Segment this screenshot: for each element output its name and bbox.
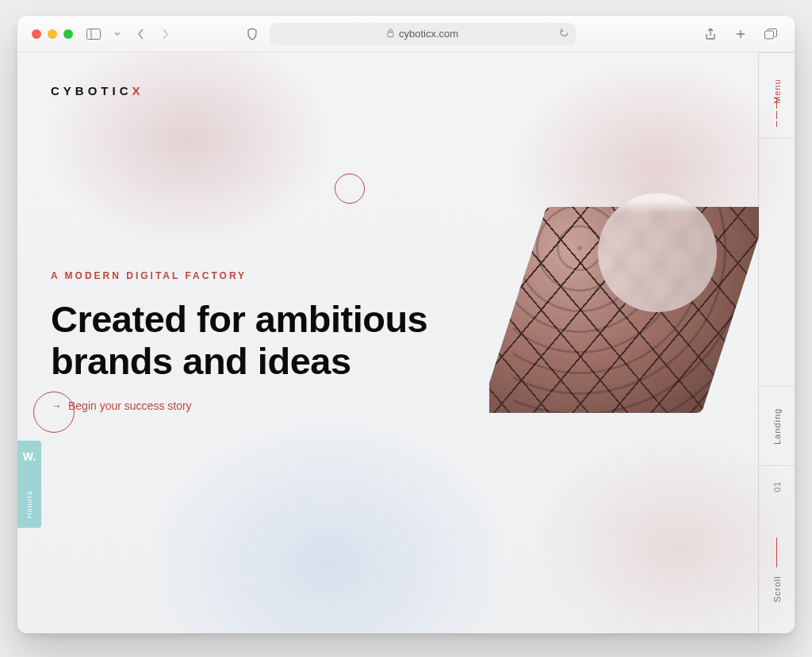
section-indicator[interactable]: Landing [759,386,795,465]
share-icon[interactable] [701,25,720,44]
scroll-line-icon [776,537,777,567]
decorative-frosted-circle [598,193,717,312]
hero-section: A MODERN DIGITAL FACTORY Created for amb… [51,270,477,412]
browser-chrome: cyboticx.com [17,16,795,52]
logo-text: CYBOTIC [51,84,132,97]
section-number: 01 [759,465,795,506]
close-window-button[interactable] [32,29,41,39]
hero-cta-label: Begin your success story [68,399,192,412]
side-rail: Menu Landing 01 Scroll [758,52,795,633]
privacy-shield-icon[interactable] [243,25,262,44]
hero-eyebrow: A MODERN DIGITAL FACTORY [51,270,477,281]
page-viewport: CYBOTICX A MODERN DIGITAL FACTORY Create… [17,52,795,633]
traffic-lights [32,29,73,39]
hero-headline: Created for ambitious brands and ideas [51,299,477,382]
lock-icon [387,29,394,39]
section-label: Landing [772,407,782,444]
maximize-window-button[interactable] [63,29,73,39]
tabs-overview-icon[interactable] [761,25,780,44]
svg-rect-3 [765,31,774,39]
minimize-window-button[interactable] [48,29,57,39]
address-bar[interactable]: cyboticx.com [270,23,576,45]
reload-icon[interactable] [559,28,569,40]
logo-accent: X [132,84,144,97]
address-bar-text: cyboticx.com [399,28,458,40]
awards-badge-mark: W. [23,450,36,463]
chevron-down-icon[interactable] [114,32,121,36]
scroll-label: Scroll [772,575,782,602]
browser-window: cyboticx.com CYBOTICX A [17,16,795,633]
hero-cta-link[interactable]: → Begin your success story [51,399,477,412]
awards-badge[interactable]: W. Honors [17,441,41,528]
svg-rect-0 [87,29,101,39]
sidebar-toggle-icon[interactable] [84,25,103,44]
decorative-ring-cta [33,392,75,433]
menu-button[interactable]: Menu [759,52,795,138]
forward-button[interactable] [155,25,174,44]
back-button[interactable] [132,25,151,44]
decorative-ring-small [335,174,365,204]
rail-spacer [759,138,795,386]
svg-rect-2 [388,32,393,37]
new-tab-icon[interactable] [731,25,750,44]
scroll-hint[interactable]: Scroll [759,506,795,633]
site-logo[interactable]: CYBOTICX [51,84,144,97]
awards-badge-label: Honors [25,491,33,518]
hamburger-icon [776,97,777,127]
